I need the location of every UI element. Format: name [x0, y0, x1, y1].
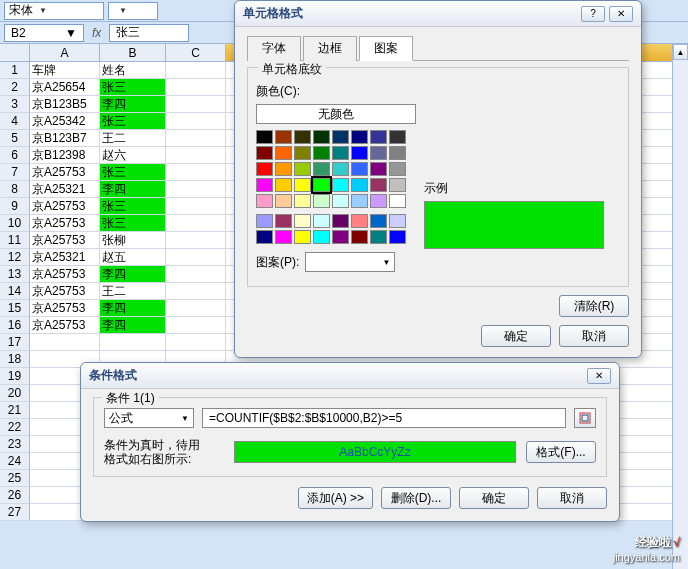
color-swatch[interactable] — [294, 162, 311, 176]
cell[interactable]: 京A25654 — [30, 79, 100, 96]
color-swatch[interactable] — [256, 130, 273, 144]
color-swatch[interactable] — [294, 130, 311, 144]
column-header-C[interactable]: C — [166, 44, 226, 62]
cell[interactable]: 京A25753 — [30, 300, 100, 317]
row-header[interactable]: 18 — [0, 351, 30, 368]
cell[interactable] — [166, 232, 226, 249]
color-swatch[interactable] — [313, 194, 330, 208]
row-header[interactable]: 24 — [0, 453, 30, 470]
cell[interactable] — [166, 198, 226, 215]
color-swatch[interactable] — [370, 178, 387, 192]
color-swatch[interactable] — [370, 162, 387, 176]
color-swatch[interactable] — [275, 194, 292, 208]
row-header[interactable]: 27 — [0, 504, 30, 521]
cell[interactable] — [30, 334, 100, 351]
color-swatch[interactable] — [332, 162, 349, 176]
clear-button[interactable]: 清除(R) — [559, 295, 629, 317]
cell[interactable] — [166, 283, 226, 300]
delete-button[interactable]: 删除(D)... — [381, 487, 451, 509]
cell[interactable]: 京A25753 — [30, 232, 100, 249]
cell[interactable]: 姓名 — [100, 62, 166, 79]
close-button[interactable]: ✕ — [587, 368, 611, 384]
color-swatch[interactable] — [275, 230, 292, 244]
row-header[interactable]: 26 — [0, 487, 30, 504]
name-box[interactable]: B2 ▼ — [4, 24, 84, 42]
color-swatch[interactable] — [256, 194, 273, 208]
color-swatch[interactable] — [351, 178, 368, 192]
color-swatch[interactable] — [256, 214, 273, 228]
color-swatch[interactable] — [370, 194, 387, 208]
scroll-up-button[interactable]: ▲ — [673, 44, 688, 60]
row-header[interactable]: 23 — [0, 436, 30, 453]
row-header[interactable]: 14 — [0, 283, 30, 300]
color-swatch[interactable] — [332, 230, 349, 244]
dialog-titlebar[interactable]: 单元格格式 ? ✕ — [235, 1, 641, 27]
cell[interactable] — [100, 334, 166, 351]
color-swatch[interactable] — [332, 130, 349, 144]
color-swatch[interactable] — [256, 146, 273, 160]
cell[interactable] — [166, 300, 226, 317]
cell[interactable]: 京B123B5 — [30, 96, 100, 113]
color-swatch[interactable] — [389, 146, 406, 160]
color-swatch[interactable] — [313, 146, 330, 160]
ok-button[interactable]: 确定 — [481, 325, 551, 347]
column-header-A[interactable]: A — [30, 44, 100, 62]
cell[interactable]: 李四 — [100, 96, 166, 113]
row-header[interactable]: 20 — [0, 385, 30, 402]
color-swatch[interactable] — [370, 214, 387, 228]
row-header[interactable]: 6 — [0, 147, 30, 164]
cell[interactable]: 京A25321 — [30, 249, 100, 266]
row-header[interactable]: 4 — [0, 113, 30, 130]
row-header[interactable]: 3 — [0, 96, 30, 113]
row-header[interactable]: 11 — [0, 232, 30, 249]
color-swatch[interactable] — [370, 146, 387, 160]
row-header[interactable]: 19 — [0, 368, 30, 385]
color-swatch[interactable] — [294, 146, 311, 160]
cell[interactable] — [166, 317, 226, 334]
row-header[interactable]: 2 — [0, 79, 30, 96]
add-button[interactable]: 添加(A) >> — [298, 487, 373, 509]
format-button[interactable]: 格式(F)... — [526, 441, 596, 463]
cancel-button[interactable]: 取消 — [559, 325, 629, 347]
color-swatch[interactable] — [389, 194, 406, 208]
cell[interactable]: 京A25342 — [30, 113, 100, 130]
color-swatch[interactable] — [294, 194, 311, 208]
row-header[interactable]: 13 — [0, 266, 30, 283]
column-header-B[interactable]: B — [100, 44, 166, 62]
row-header[interactable]: 9 — [0, 198, 30, 215]
row-header[interactable]: 22 — [0, 419, 30, 436]
cell[interactable] — [166, 215, 226, 232]
color-swatch[interactable] — [389, 230, 406, 244]
vertical-scrollbar[interactable]: ▲ — [672, 44, 688, 569]
cell[interactable]: 京A25753 — [30, 266, 100, 283]
color-swatch[interactable] — [389, 178, 406, 192]
font-size-dropdown[interactable]: ▼ — [108, 2, 158, 20]
row-header[interactable]: 1 — [0, 62, 30, 79]
cell[interactable]: 京A25321 — [30, 181, 100, 198]
color-swatch[interactable] — [313, 130, 330, 144]
no-color-button[interactable]: 无颜色 — [256, 104, 416, 124]
fx-icon[interactable]: fx — [92, 26, 101, 40]
cell[interactable] — [166, 62, 226, 79]
row-header[interactable]: 17 — [0, 334, 30, 351]
rule-type-dropdown[interactable]: 公式 ▼ — [104, 408, 194, 428]
cell[interactable]: 王二 — [100, 283, 166, 300]
cell[interactable]: 王二 — [100, 130, 166, 147]
color-swatch[interactable] — [332, 214, 349, 228]
cell[interactable]: 张三 — [100, 113, 166, 130]
cell[interactable]: 京A25753 — [30, 215, 100, 232]
color-swatch[interactable] — [275, 130, 292, 144]
cell[interactable]: 张三 — [100, 198, 166, 215]
close-button[interactable]: ✕ — [609, 6, 633, 22]
cell[interactable]: 张柳 — [100, 232, 166, 249]
cell[interactable]: 京B123B7 — [30, 130, 100, 147]
row-header[interactable]: 10 — [0, 215, 30, 232]
cell[interactable]: 赵六 — [100, 147, 166, 164]
color-swatch[interactable] — [332, 194, 349, 208]
row-header[interactable]: 21 — [0, 402, 30, 419]
ok-button[interactable]: 确定 — [459, 487, 529, 509]
cell[interactable]: 李四 — [100, 300, 166, 317]
tab-font[interactable]: 字体 — [247, 36, 301, 61]
color-swatch[interactable] — [313, 214, 330, 228]
cell[interactable] — [166, 147, 226, 164]
